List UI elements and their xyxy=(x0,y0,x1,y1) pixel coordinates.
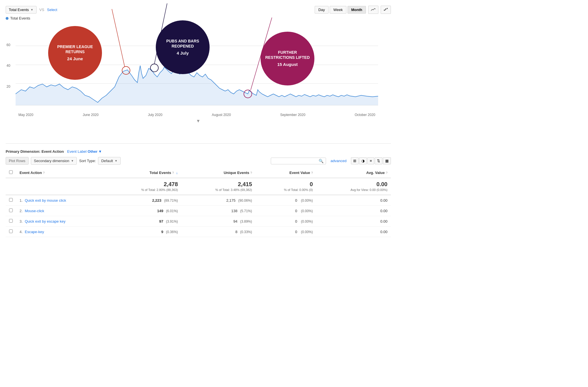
sort-default-label: Default xyxy=(101,159,113,163)
row-unique-events-0: 2,175 (90.06%) xyxy=(181,195,255,206)
other-dropdown[interactable]: Other ▼ xyxy=(88,149,102,154)
row-avg-value-2: 0.00 xyxy=(316,216,391,227)
y-label-20: 20 xyxy=(7,85,10,89)
row-checkbox-0[interactable] xyxy=(9,198,13,202)
secondary-dropdown-arrow: ▼ xyxy=(71,159,74,162)
table-controls: Plot Rows Secondary dimension ▼ Sort Typ… xyxy=(6,157,391,165)
y-label-60: 60 xyxy=(7,43,10,47)
restrictions-title: FURTHER RESTRICTIONS LIFTED xyxy=(265,50,310,60)
header-event-action: Event Action ? xyxy=(16,167,107,178)
custom-view-button[interactable]: ▦ xyxy=(383,157,391,164)
legend-label: Total Events xyxy=(10,16,30,20)
search-box: 🔍 xyxy=(271,158,326,164)
sort-down-icon[interactable]: ↓ xyxy=(176,171,178,175)
table-section: Primary Dimension: Event Action Event La… xyxy=(6,149,391,237)
row-checkbox-1[interactable] xyxy=(9,208,13,212)
search-input[interactable] xyxy=(273,159,319,163)
header-total-events: Total Events ? ↓ xyxy=(107,167,181,178)
other-arrow: ▼ xyxy=(98,149,102,154)
annotation-premier: PREMIER LEAGUE RETURNS 24 June xyxy=(48,26,102,80)
event-action-link-3[interactable]: Escape-key xyxy=(25,230,44,234)
svg-point-1 xyxy=(385,8,386,10)
advanced-link[interactable]: advanced xyxy=(331,159,346,163)
row-checkbox-3[interactable] xyxy=(9,229,13,233)
pivot-view-button[interactable]: ⇅ xyxy=(375,157,382,164)
row-num-0: 1. xyxy=(20,198,23,203)
x-label-august: August 2020 xyxy=(212,113,231,117)
table-header-row: Event Action ? Total Events ? ↓ Unique E… xyxy=(6,167,391,178)
summary-action-cell xyxy=(16,178,107,195)
table-row: 2. Mouse-click 149 (6.01%) 138 (5.71%) 0… xyxy=(6,206,391,216)
event-action-link-0[interactable]: Quick exit by mouse click xyxy=(25,198,66,203)
table-row: 3. Quick exit by escape key 97 (3.91%) 9… xyxy=(6,216,391,227)
dropdown-arrow: ▼ xyxy=(31,8,33,11)
row-checkbox-2[interactable] xyxy=(9,219,13,223)
primary-dimension-label: Primary Dimension: xyxy=(6,149,41,154)
legend-dot xyxy=(6,17,8,20)
row-event-value-1: 0 (0.00%) xyxy=(255,206,316,216)
pie-view-button[interactable]: ◑ xyxy=(359,157,367,164)
chart-area: PREMIER LEAGUE RETURNS 24 June PUBS AND … xyxy=(6,43,391,139)
scatter-chart-icon xyxy=(383,7,388,11)
event-action-link-1[interactable]: Mouse-click xyxy=(25,209,44,213)
search-icon[interactable]: 🔍 xyxy=(319,159,323,163)
annotation-restrictions: FURTHER RESTRICTIONS LIFTED 15 August xyxy=(261,32,314,85)
line-chart-icon xyxy=(371,7,376,11)
row-unique-events-2: 94 (3.89%) xyxy=(181,216,255,227)
time-toggle-group: Day Week Month xyxy=(315,6,391,14)
week-button[interactable]: Week xyxy=(330,6,346,14)
select-link[interactable]: Select xyxy=(47,8,57,12)
row-event-value-0: 0 (0.00%) xyxy=(255,195,316,206)
row-unique-events-1: 138 (5.71%) xyxy=(181,206,255,216)
svg-point-9 xyxy=(150,64,158,72)
row-avg-value-1: 0.00 xyxy=(316,206,391,216)
select-all-checkbox[interactable] xyxy=(9,170,13,174)
row-avg-value-0: 0.00 xyxy=(316,195,391,206)
row-checkbox-cell-2 xyxy=(6,216,16,227)
x-label-september: September 2020 xyxy=(280,113,305,117)
x-label-june: June 2020 xyxy=(83,113,99,117)
table-row: 1. Quick exit by mouse click 2,223 (89.7… xyxy=(6,195,391,206)
summary-row: 2,478 % of Total: 2.80% (88,363) 2,415 %… xyxy=(6,178,391,195)
view-icons: ⊞ ◑ ≡ ⇅ ▦ xyxy=(351,157,391,164)
y-label-40: 40 xyxy=(7,64,10,68)
chart-legend: Total Events xyxy=(6,16,391,20)
line-chart-button[interactable] xyxy=(368,6,378,14)
premier-title: PREMIER LEAGUE RETURNS xyxy=(52,44,98,54)
premier-date: 24 June xyxy=(52,56,98,62)
other-label: Other xyxy=(88,149,97,154)
row-event-value-3: 0 (0.00%) xyxy=(255,227,316,237)
row-action-3: 4. Escape-key xyxy=(16,227,107,237)
data-table: Event Action ? Total Events ? ↓ Unique E… xyxy=(6,167,391,237)
list-view-button[interactable]: ≡ xyxy=(367,157,374,164)
row-total-events-1: 149 (6.01%) xyxy=(107,206,181,216)
vs-label: VS xyxy=(39,8,44,12)
secondary-dimension-dropdown[interactable]: Secondary dimension ▼ xyxy=(31,157,77,165)
primary-dimension-bar: Primary Dimension: Event Action Event La… xyxy=(6,149,391,154)
svg-point-0 xyxy=(384,10,385,11)
event-action-link-2[interactable]: Quick exit by escape key xyxy=(25,219,65,223)
x-label-may: May 2020 xyxy=(18,113,33,117)
summary-avg-value: 0.00 Avg for View: 0.00 (0.00%) xyxy=(316,178,391,195)
row-total-events-2: 97 (3.91%) xyxy=(107,216,181,227)
row-unique-events-3: 8 (0.33%) xyxy=(181,227,255,237)
summary-event-value: 0 % of Total: 0.00% (0) xyxy=(255,178,316,195)
month-button[interactable]: Month xyxy=(348,6,366,14)
event-label-link[interactable]: Event Label xyxy=(67,149,87,154)
row-num-1: 2. xyxy=(20,209,23,213)
scroll-indicator[interactable]: ▼ xyxy=(196,119,201,123)
svg-point-3 xyxy=(385,10,386,10)
section-divider xyxy=(6,143,391,144)
row-total-events-3: 9 (0.36%) xyxy=(107,227,181,237)
day-button[interactable]: Day xyxy=(315,6,329,14)
row-action-0: 1. Quick exit by mouse click xyxy=(16,195,107,206)
grid-view-button[interactable]: ⊞ xyxy=(351,157,359,164)
plot-rows-button[interactable]: Plot Rows xyxy=(6,157,29,165)
sort-default-dropdown[interactable]: Default ▼ xyxy=(98,157,120,165)
row-action-1: 2. Mouse-click xyxy=(16,206,107,216)
scatter-chart-button[interactable] xyxy=(381,6,391,14)
row-checkbox-cell-0 xyxy=(6,195,16,206)
metric-dropdown[interactable]: Total Events ▼ xyxy=(6,6,37,14)
row-total-events-0: 2,223 (89.71%) xyxy=(107,195,181,206)
summary-total-events: 2,478 % of Total: 2.80% (88,363) xyxy=(107,178,181,195)
